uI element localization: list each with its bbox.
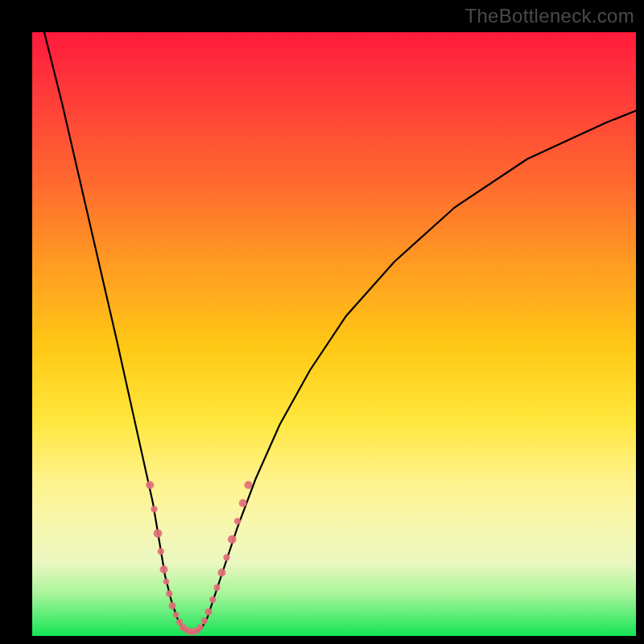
chart-frame: TheBottleneck.com [0, 0, 644, 644]
data-marker [154, 529, 163, 538]
data-marker [168, 602, 175, 609]
data-marker [151, 506, 157, 512]
data-marker [160, 566, 168, 574]
chart-svg [32, 32, 636, 636]
data-marker [204, 608, 212, 615]
data-marker [158, 548, 164, 555]
data-marker [209, 597, 216, 603]
data-marker [245, 481, 253, 489]
data-marker [163, 579, 169, 584]
data-marker [213, 584, 220, 591]
data-marker [166, 590, 172, 597]
bottleneck-curve [44, 32, 636, 633]
data-marker [218, 568, 226, 576]
data-marker [196, 624, 203, 630]
data-marker [228, 535, 237, 544]
plot-area [32, 32, 636, 636]
curve-group [44, 32, 636, 633]
watermark-text: TheBottleneck.com [464, 5, 634, 27]
data-marker [173, 612, 179, 617]
data-marker [146, 481, 154, 489]
data-marker [201, 617, 208, 624]
data-marker [239, 499, 247, 507]
data-marker [234, 518, 241, 524]
data-marker [223, 554, 229, 560]
